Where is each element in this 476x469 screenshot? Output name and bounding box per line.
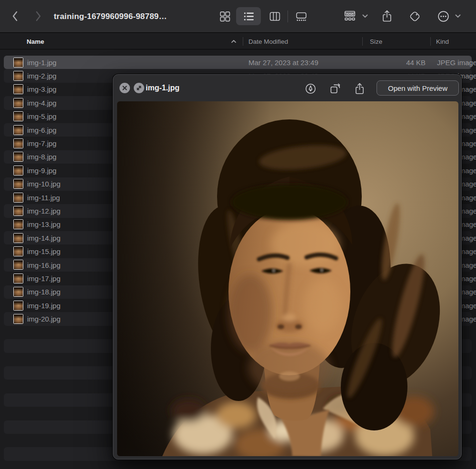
file-name: img-11.jpg xyxy=(27,191,60,204)
forward-button[interactable] xyxy=(30,7,47,25)
file-thumbnail xyxy=(13,111,23,121)
file-name: img-14.jpg xyxy=(27,231,60,244)
quicklook-window: img-1.jpg xyxy=(113,74,462,459)
column-view-icon xyxy=(269,10,281,22)
column-divider[interactable] xyxy=(430,37,431,46)
close-button[interactable] xyxy=(119,83,130,93)
file-name: img-4.jpg xyxy=(27,96,57,109)
file-name: img-8.jpg xyxy=(27,150,57,164)
column-divider[interactable] xyxy=(362,37,363,46)
file-name: img-2.jpg xyxy=(27,69,57,82)
column-header-size[interactable]: Size xyxy=(370,33,382,49)
file-name: img-12.jpg xyxy=(27,204,60,217)
file-thumbnail xyxy=(13,206,23,216)
file-name: img-5.jpg xyxy=(27,110,57,123)
tag-icon xyxy=(408,10,421,23)
preview-image xyxy=(117,101,458,456)
file-name: img-16.jpg xyxy=(27,258,60,272)
fullscreen-icon xyxy=(136,85,142,91)
finder-toolbar: training-1679960996-98789… xyxy=(0,0,476,33)
file-thumbnail xyxy=(13,246,23,256)
file-name: img-3.jpg xyxy=(27,83,57,96)
file-name: img-7.jpg xyxy=(27,137,57,150)
tags-button[interactable] xyxy=(404,7,425,25)
markup-pen-icon xyxy=(305,83,317,95)
file-thumbnail xyxy=(13,233,23,243)
file-name: img-13.jpg xyxy=(27,218,60,231)
file-name: img-9.jpg xyxy=(27,164,57,177)
gallery-view-button[interactable] xyxy=(291,7,312,25)
file-thumbnail xyxy=(13,152,23,162)
file-name: img-19.jpg xyxy=(27,299,60,312)
list-column-header: Name Date Modified Size Kind xyxy=(0,33,476,49)
file-name: img-10.jpg xyxy=(27,177,60,191)
quicklook-titlebar[interactable]: img-1.jpg xyxy=(113,75,461,101)
share-button[interactable] xyxy=(377,7,397,25)
file-thumbnail xyxy=(13,125,23,135)
file-thumbnail xyxy=(13,274,23,283)
chevron-left-icon xyxy=(10,10,20,22)
file-thumbnail xyxy=(13,84,23,94)
empty-row xyxy=(0,461,476,469)
file-name: img-6.jpg xyxy=(27,123,57,137)
quicklook-share-button[interactable] xyxy=(352,81,367,96)
quicklook-title: img-1.jpg xyxy=(146,75,179,101)
gallery-view-icon xyxy=(295,10,307,22)
file-size: 44 KB xyxy=(362,56,426,69)
markup-button[interactable] xyxy=(303,81,317,96)
file-kind: JPEG image xyxy=(437,56,476,69)
file-name: img-1.jpg xyxy=(27,56,57,69)
file-row[interactable]: img-1.jpg Mar 27, 2023 at 23:49 44 KB JP… xyxy=(0,56,476,69)
portrait-photo xyxy=(117,101,458,456)
file-name: img-18.jpg xyxy=(27,285,60,299)
file-date-modified: Mar 27, 2023 at 23:49 xyxy=(248,56,318,69)
file-thumbnail xyxy=(13,193,23,203)
file-name: img-20.jpg xyxy=(27,312,60,325)
file-thumbnail xyxy=(13,166,23,176)
rotate-button[interactable] xyxy=(328,81,342,96)
file-thumbnail xyxy=(13,58,23,68)
column-divider[interactable] xyxy=(243,37,243,46)
back-button[interactable] xyxy=(7,7,24,25)
file-thumbnail xyxy=(13,287,23,297)
column-header-name[interactable]: Name xyxy=(27,33,44,49)
column-view-button[interactable] xyxy=(264,7,285,25)
file-thumbnail xyxy=(13,301,23,311)
share-icon xyxy=(381,10,393,23)
sort-ascending-icon xyxy=(231,39,237,44)
more-button[interactable] xyxy=(433,7,454,25)
group-icon xyxy=(344,10,356,22)
file-thumbnail xyxy=(13,314,23,324)
icon-view-button[interactable] xyxy=(214,7,235,25)
open-with-preview-button[interactable]: Open with Preview xyxy=(377,80,459,96)
rotate-icon xyxy=(329,82,341,95)
file-thumbnail xyxy=(13,219,23,229)
file-thumbnail xyxy=(13,260,23,270)
ellipsis-circle-icon xyxy=(437,10,450,23)
file-name: img-15.jpg xyxy=(27,244,60,258)
group-dropdown-chevron-icon[interactable] xyxy=(362,13,368,19)
file-thumbnail xyxy=(13,71,23,81)
share-icon xyxy=(354,82,366,95)
file-thumbnail xyxy=(13,98,23,108)
fullscreen-button[interactable] xyxy=(134,83,144,93)
grid-view-icon xyxy=(219,10,231,22)
file-thumbnail xyxy=(13,179,23,189)
column-header-date-modified[interactable]: Date Modified xyxy=(248,33,288,49)
chevron-right-icon xyxy=(33,10,43,22)
group-button[interactable] xyxy=(339,7,361,25)
more-dropdown-chevron-icon[interactable] xyxy=(455,13,461,19)
file-name: img-17.jpg xyxy=(27,272,60,285)
list-view-icon xyxy=(243,10,255,22)
list-view-button[interactable] xyxy=(236,7,261,25)
close-icon xyxy=(122,85,128,91)
window-title: training-1679960996-98789… xyxy=(54,0,167,33)
column-header-kind[interactable]: Kind xyxy=(436,33,449,49)
file-thumbnail xyxy=(13,138,23,148)
toolbar-separator xyxy=(288,10,288,22)
